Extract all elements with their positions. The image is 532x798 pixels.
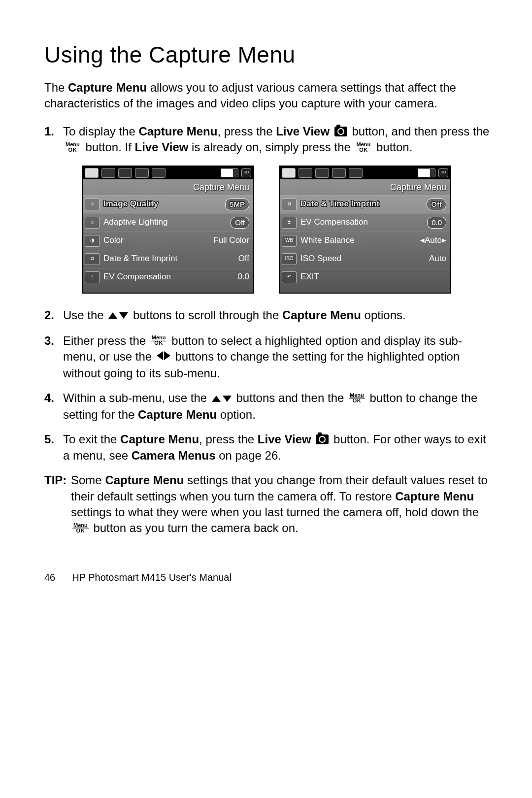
- menu-row: ↶EXIT: [280, 268, 450, 286]
- screen-title: Capture Menu: [83, 179, 253, 195]
- menu-row: ±EV Compensation0.0: [280, 213, 450, 232]
- t: is already on, simply press the: [188, 140, 354, 154]
- row-icon: ↶: [282, 271, 297, 283]
- sd-icon: SD: [241, 168, 251, 177]
- up-down-arrows-icon: [212, 390, 232, 406]
- t: OK: [76, 527, 85, 533]
- screen-left: SD Capture Menu ☆Image Quality5MP☼Adapti…: [82, 166, 254, 294]
- t: options.: [361, 308, 406, 322]
- battery-icon: [418, 168, 435, 177]
- tab-icon: [332, 168, 346, 178]
- tab-icon: [349, 168, 363, 178]
- menu-ok-icon: MenuOK: [151, 335, 167, 346]
- menu-ok-icon: MenuOK: [65, 142, 81, 153]
- row-name: Image Quality: [103, 199, 225, 210]
- t: button. If: [82, 140, 135, 154]
- t: To display the: [63, 125, 138, 138]
- tab-icon: [85, 168, 99, 178]
- tab-icon: [282, 168, 296, 178]
- t: settings to what they were when you last…: [71, 505, 479, 519]
- menu-row: ⧉Date & Time ImprintOff: [280, 195, 450, 213]
- step-number: 4.: [44, 390, 54, 406]
- t: Live View: [276, 125, 330, 138]
- camera-icon: [316, 434, 329, 444]
- t: Live View: [134, 140, 188, 154]
- screenshots: SD Capture Menu ☆Image Quality5MP☼Adapti…: [82, 166, 493, 294]
- menu-ok-icon: MenuOK: [356, 142, 372, 153]
- step-number: 1.: [44, 124, 54, 139]
- tab-icon: [101, 168, 115, 178]
- page-footer: 46HP Photosmart M415 User's Manual: [44, 571, 493, 584]
- menu-row: ⧉Date & Time ImprintOff: [83, 250, 253, 268]
- step-number: 3.: [44, 333, 54, 349]
- t: option.: [217, 408, 256, 421]
- tab-icon: [315, 168, 329, 178]
- step-1: 1. To display the Capture Menu, press th…: [44, 124, 493, 294]
- row-icon: ±: [282, 217, 297, 229]
- t: on page 26.: [215, 449, 281, 462]
- camera-icon: [334, 127, 347, 136]
- row-name: ISO Speed: [300, 253, 429, 265]
- row-name: EV Compensation: [103, 271, 237, 283]
- menu-row: WBWhite Balance◂Auto▸: [280, 232, 450, 250]
- t: OK: [68, 146, 77, 153]
- screen-title: Capture Menu: [280, 179, 450, 195]
- menu-row: ±EV Compensation0.0: [83, 268, 253, 286]
- t: buttons to scroll through the: [130, 308, 282, 322]
- t: OK: [359, 146, 368, 153]
- t: buttons and then the: [233, 391, 347, 404]
- row-name: EV Compensation: [300, 217, 427, 228]
- t: button as you turn the camera back on.: [90, 521, 299, 534]
- t: button.: [373, 140, 412, 154]
- t: Use the: [63, 308, 107, 322]
- up-down-arrows-icon: [108, 307, 128, 323]
- text: The: [44, 81, 68, 94]
- battery-icon: [221, 168, 238, 177]
- tip-paragraph: TIP: Some Capture Menu settings that you…: [44, 472, 493, 536]
- row-name: Date & Time Imprint: [103, 253, 238, 265]
- row-value: Full Color: [213, 235, 249, 246]
- menu-row: ◑ColorFull Color: [83, 232, 253, 250]
- row-icon: ±: [85, 271, 100, 283]
- t: Some: [71, 473, 105, 487]
- row-value: Auto: [429, 253, 446, 265]
- t: , press the: [199, 432, 258, 446]
- intro-paragraph: The Capture Menu allows you to adjust va…: [44, 80, 493, 112]
- t: To exit the: [63, 432, 120, 446]
- page-number: 46: [44, 572, 55, 583]
- row-name: White Balance: [300, 235, 420, 246]
- t: Capture Menu: [395, 490, 474, 503]
- t: Capture Menu: [138, 125, 217, 138]
- t: Capture Menu: [105, 473, 184, 487]
- step-number: 5.: [44, 432, 54, 447]
- t: Within a sub-menu, use the: [63, 391, 210, 404]
- row-icon: WB: [282, 235, 297, 247]
- row-value: 5MP: [225, 199, 249, 210]
- sd-icon: SD: [438, 168, 448, 177]
- row-name: Date & Time Imprint: [300, 199, 427, 210]
- page-heading: Using the Capture Menu: [44, 39, 493, 70]
- row-value: Off: [238, 253, 249, 265]
- tab-icon: [152, 168, 166, 178]
- step-number: 2.: [44, 307, 54, 323]
- row-value: Off: [231, 217, 249, 229]
- menu-row: ISOISO SpeedAuto: [280, 250, 450, 268]
- tab-icon: [135, 168, 149, 178]
- row-value: 0.0: [237, 271, 249, 283]
- step-4: 4. Within a sub-menu, use the buttons an…: [44, 390, 493, 423]
- row-value: Off: [427, 199, 446, 210]
- row-name: EXIT: [300, 271, 446, 283]
- step-5: 5. To exit the Capture Menu, press the L…: [44, 432, 493, 464]
- row-icon: ☼: [85, 217, 100, 229]
- t: , press the: [217, 125, 276, 138]
- t: Capture Menu: [120, 432, 199, 446]
- footer-title: HP Photosmart M415 User's Manual: [72, 572, 232, 583]
- row-icon: ◑: [85, 235, 100, 247]
- t: OK: [353, 397, 362, 403]
- menu-row: ☆Image Quality5MP: [83, 195, 253, 213]
- t: Capture Menu: [282, 308, 361, 322]
- t: Either press the: [63, 334, 149, 347]
- menu-ok-icon: MenuOK: [349, 393, 365, 403]
- row-name: Color: [103, 235, 213, 246]
- row-icon: ISO: [282, 253, 297, 265]
